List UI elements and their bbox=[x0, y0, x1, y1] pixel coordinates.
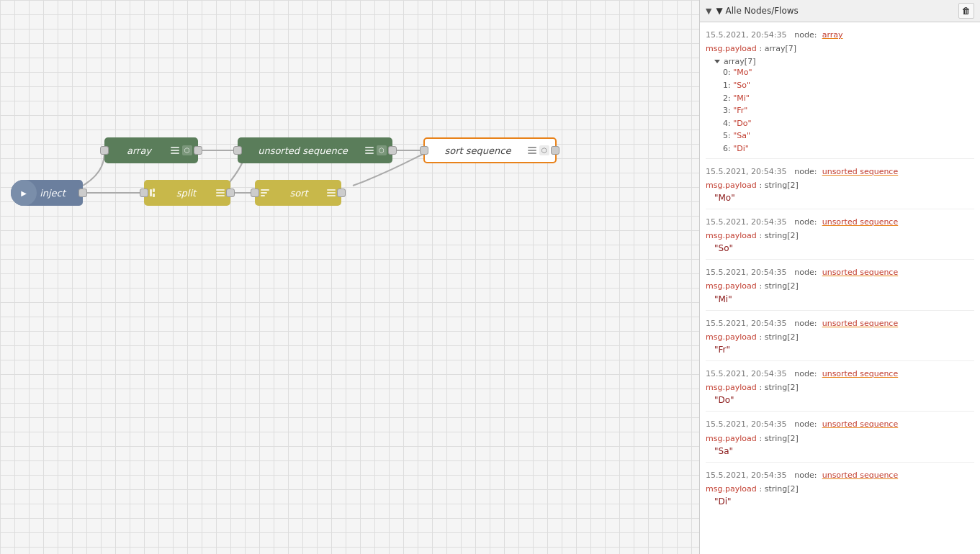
array-port-out bbox=[194, 146, 202, 155]
debug-payload-type: : string[2] bbox=[760, 231, 799, 240]
debug-header-left: ▼ ▼ Alle Nodes/Flows bbox=[706, 6, 799, 16]
unsorted-menu-icon[interactable] bbox=[365, 147, 374, 154]
unsorted-port-in bbox=[233, 146, 242, 155]
debug-payload-label: msg.payload bbox=[706, 434, 757, 443]
split-menu-icon[interactable] bbox=[216, 189, 225, 196]
unsorted-sequence-node[interactable]: unsorted sequence ⬡ bbox=[238, 137, 392, 163]
debug-timestamp: 15.5.2021, 20:54:35 bbox=[706, 30, 791, 40]
inject-port-out bbox=[78, 189, 87, 197]
debug-payload-type: : array[7] bbox=[760, 44, 797, 53]
debug-node-name[interactable]: unsorted sequence bbox=[822, 419, 899, 429]
debug-array-item: 6: "Di" bbox=[714, 142, 974, 155]
debug-entry: 15.5.2021, 20:54:35 node: unsorted seque… bbox=[706, 467, 974, 511]
debug-node-name[interactable]: unsorted sequence bbox=[822, 268, 899, 277]
debug-divider bbox=[706, 411, 974, 412]
debug-timestamp: 15.5.2021, 20:54:35 bbox=[706, 369, 791, 378]
filter-label: ▼ Alle Nodes/Flows bbox=[716, 6, 798, 16]
inject-node[interactable]: ▶ inject bbox=[11, 180, 83, 206]
debug-header-right: 🗑 bbox=[958, 3, 974, 19]
debug-divider bbox=[706, 462, 974, 463]
connections-svg bbox=[0, 0, 699, 554]
sort-sequence-label: sort sequence bbox=[431, 145, 525, 156]
split-port-in bbox=[140, 189, 148, 197]
split-node[interactable]: split bbox=[144, 180, 230, 206]
debug-array-header[interactable]: array[7] bbox=[714, 57, 974, 66]
sort-sequence-debug-icon: ⬡ bbox=[539, 145, 549, 155]
debug-array-label: array[7] bbox=[724, 57, 755, 66]
debug-header: ▼ ▼ Alle Nodes/Flows 🗑 bbox=[700, 0, 980, 22]
debug-timestamp: 15.5.2021, 20:54:35 bbox=[706, 419, 791, 429]
debug-node-name[interactable]: unsorted sequence bbox=[822, 167, 899, 176]
debug-value: "Sa" bbox=[706, 445, 974, 459]
debug-node-label: node: bbox=[794, 319, 819, 328]
sort-menu-icon[interactable] bbox=[327, 189, 336, 196]
debug-node-name[interactable]: unsorted sequence bbox=[822, 319, 899, 328]
main-layout: ▶ inject split bbox=[0, 0, 980, 554]
debug-node-label: node: bbox=[794, 369, 819, 378]
split-label: split bbox=[159, 188, 213, 199]
debug-node-name[interactable]: unsorted sequence bbox=[822, 369, 899, 378]
debug-node-label: node: bbox=[794, 217, 819, 227]
debug-timestamp: 15.5.2021, 20:54:35 bbox=[706, 319, 791, 328]
debug-divider bbox=[706, 209, 974, 209]
debug-array-tree: array[7] 0: "Mo" 1: "So" 2: "Mi" 3: "Fr"… bbox=[706, 57, 974, 155]
debug-value: "So" bbox=[706, 242, 974, 256]
debug-timestamp: 15.5.2021, 20:54:35 bbox=[706, 217, 791, 227]
debug-divider bbox=[706, 259, 974, 260]
array-label: array bbox=[110, 145, 168, 156]
debug-timestamp: 15.5.2021, 20:54:35 bbox=[706, 167, 791, 176]
debug-divider bbox=[706, 360, 974, 361]
clear-debug-button[interactable]: 🗑 bbox=[958, 3, 974, 19]
debug-node-label: node: bbox=[794, 471, 819, 480]
debug-payload-type: : string[2] bbox=[760, 434, 799, 443]
debug-node-name[interactable]: unsorted sequence bbox=[822, 471, 899, 480]
canvas-area[interactable]: ▶ inject split bbox=[0, 0, 699, 554]
sort-sequence-port-in bbox=[420, 146, 428, 155]
debug-value: "Fr" bbox=[706, 344, 974, 358]
unsorted-sequence-label: unsorted sequence bbox=[243, 145, 362, 156]
unsorted-debug-icon: ⬡ bbox=[377, 145, 387, 155]
debug-entry: 15.5.2021, 20:54:35 node: unsorted seque… bbox=[706, 315, 974, 365]
debug-payload-type: : string[2] bbox=[760, 181, 799, 190]
debug-payload-type: : string[2] bbox=[760, 383, 799, 392]
debug-payload-label: msg.payload bbox=[706, 484, 757, 494]
debug-node-label: node: bbox=[794, 268, 819, 277]
debug-entry: 15.5.2021, 20:54:35 node: unsorted seque… bbox=[706, 365, 974, 416]
debug-node-name[interactable]: unsorted sequence bbox=[822, 217, 899, 227]
debug-content[interactable]: 15.5.2021, 20:54:35 node: array msg.payl… bbox=[700, 22, 980, 554]
debug-payload-label: msg.payload bbox=[706, 383, 757, 392]
debug-payload-label: msg.payload bbox=[706, 44, 757, 53]
split-menu bbox=[216, 189, 225, 196]
array-node[interactable]: array ⬡ bbox=[104, 137, 198, 163]
array-menu-icon[interactable] bbox=[171, 147, 179, 154]
split-port-out bbox=[226, 189, 235, 197]
debug-entry: 15.5.2021, 20:54:35 node: array msg.payl… bbox=[706, 27, 974, 163]
sort-sequence-menu-icon[interactable] bbox=[528, 147, 536, 154]
unsorted-port-out bbox=[388, 146, 397, 155]
split-icon bbox=[150, 189, 155, 197]
debug-array-item: 3: "Fr" bbox=[714, 104, 974, 117]
debug-payload-label: msg.payload bbox=[706, 231, 757, 240]
debug-array-item: 5: "Sa" bbox=[714, 130, 974, 142]
debug-payload-type: : string[2] bbox=[760, 281, 799, 291]
debug-timestamp: 15.5.2021, 20:54:35 bbox=[706, 471, 791, 480]
debug-divider bbox=[706, 158, 974, 159]
debug-node-name[interactable]: array bbox=[822, 30, 843, 40]
sort-port-out bbox=[337, 189, 346, 197]
array-port-in bbox=[100, 146, 109, 155]
debug-value: "Mi" bbox=[706, 294, 974, 307]
sort-sequence-node[interactable]: sort sequence ⬡ bbox=[423, 137, 557, 163]
debug-value: "Di" bbox=[706, 496, 974, 509]
debug-value: "Do" bbox=[706, 394, 974, 408]
sort-sequence-port-out bbox=[551, 146, 559, 155]
debug-panel: ▼ ▼ Alle Nodes/Flows 🗑 15.5.2021, 20:54:… bbox=[699, 0, 980, 554]
sort-port-in bbox=[251, 189, 259, 197]
debug-array-item: 1: "So" bbox=[714, 79, 974, 92]
sort-node[interactable]: sort bbox=[255, 180, 341, 206]
debug-entry: 15.5.2021, 20:54:35 node: unsorted seque… bbox=[706, 163, 974, 214]
debug-array-item: 0: "Mo" bbox=[714, 66, 974, 79]
debug-divider bbox=[706, 310, 974, 311]
debug-entry: 15.5.2021, 20:54:35 node: unsorted seque… bbox=[706, 416, 974, 466]
debug-payload-label: msg.payload bbox=[706, 332, 757, 342]
debug-array-item: 2: "Mi" bbox=[714, 92, 974, 105]
